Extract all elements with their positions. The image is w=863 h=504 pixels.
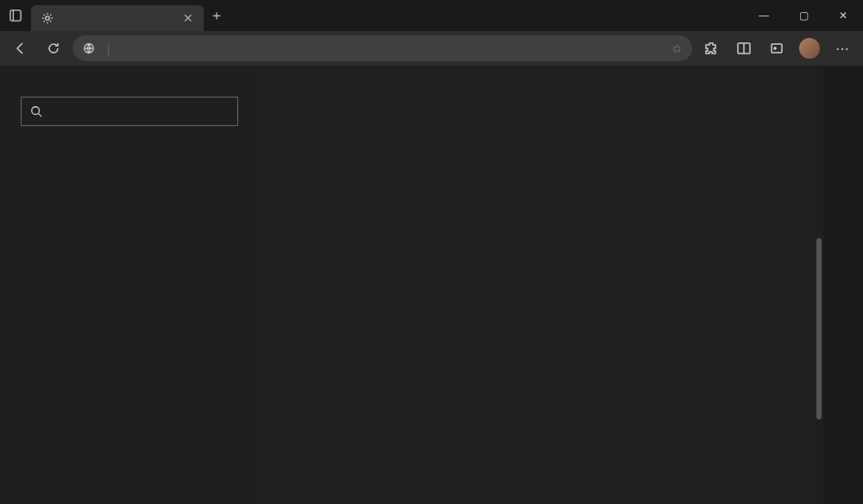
edge-sidebar-rail (823, 66, 863, 504)
more-menu-icon[interactable]: ⋯ (828, 35, 856, 62)
browser-toolbar: | ✩ ⋯ (0, 31, 863, 66)
favorite-icon[interactable]: ✩ (672, 42, 682, 55)
svg-point-9 (32, 107, 40, 115)
title-bar: ✕ ＋ — ▢ ✕ (0, 0, 863, 31)
settings-sidebar (0, 66, 259, 504)
maximize-button[interactable]: ▢ (784, 0, 823, 31)
scrollbar[interactable] (815, 66, 823, 504)
refresh-button[interactable] (40, 35, 67, 62)
tab-actions-icon[interactable] (0, 9, 31, 22)
close-tab-icon[interactable]: ✕ (183, 11, 193, 25)
settings-content (259, 66, 815, 504)
svg-line-10 (39, 114, 42, 117)
gear-icon (41, 12, 54, 24)
svg-rect-0 (10, 10, 21, 21)
search-icon (30, 105, 42, 117)
collections-icon[interactable] (763, 35, 791, 62)
site-info-icon[interactable] (83, 42, 100, 54)
new-tab-button[interactable]: ＋ (204, 7, 230, 25)
search-field[interactable] (49, 105, 229, 118)
split-screen-icon[interactable] (730, 35, 758, 62)
scrollbar-thumb[interactable] (816, 238, 822, 419)
minimize-button[interactable]: — (744, 0, 784, 31)
close-window-button[interactable]: ✕ (823, 0, 863, 31)
browser-tab[interactable]: ✕ (31, 5, 204, 31)
address-bar[interactable]: | ✩ (72, 35, 692, 61)
back-button[interactable] (7, 35, 35, 62)
svg-point-2 (46, 16, 49, 20)
extensions-icon[interactable] (697, 35, 725, 62)
search-settings-input[interactable] (21, 97, 238, 126)
profile-avatar[interactable] (796, 35, 823, 62)
